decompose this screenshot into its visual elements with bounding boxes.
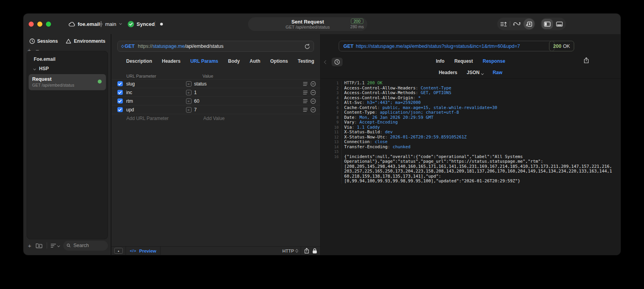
toggle-bottom-panel-button[interactable] (553, 18, 566, 30)
add-value[interactable]: Add Value (203, 116, 225, 121)
request-url[interactable]: https://statuspage.me/api/embed/status (138, 44, 305, 49)
assign-icon: = (186, 90, 192, 95)
request-editor: GET https://statuspage.me/api/embed/stat… (111, 34, 320, 255)
url-host: statuspage.me (153, 44, 185, 49)
param-checkbox[interactable] (117, 98, 123, 104)
param-value: status (194, 81, 207, 87)
minimize-window-button[interactable] (37, 22, 42, 27)
list-export-icon (500, 21, 507, 27)
tab-json[interactable]: JSON (467, 70, 483, 77)
line-number: 12 (321, 135, 342, 140)
row-actions (303, 81, 320, 87)
tab-options[interactable]: Options (270, 58, 288, 66)
remove-row-icon[interactable] (310, 81, 316, 87)
lock-icon[interactable] (312, 248, 317, 254)
search-field[interactable] (63, 241, 108, 251)
request-url-bar[interactable]: GET https://statuspage.me/api/embed/stat… (117, 41, 314, 52)
response-url-box[interactable]: GEThttps://statuspage.me/api/embed/statu… (339, 41, 555, 51)
request-queue-button[interactable] (497, 18, 510, 30)
status-code-badge: 200 (351, 18, 363, 24)
drag-handle-icon[interactable] (303, 91, 308, 95)
tab-info[interactable]: Info (436, 58, 445, 65)
drag-handle-icon[interactable] (303, 108, 308, 112)
share-icon[interactable] (304, 248, 309, 254)
branch-selector[interactable]: main (99, 14, 122, 34)
param-name[interactable]: upd (126, 107, 186, 113)
param-value-cell[interactable]: =1 (186, 90, 197, 95)
line-number: 5 (321, 100, 342, 105)
tab-description[interactable]: Description (126, 58, 152, 66)
tab-sessions-label: Sessions (37, 38, 58, 44)
param-checkbox[interactable] (117, 107, 123, 113)
add-url-parameter[interactable]: Add URL Parameter (126, 116, 195, 121)
search-input[interactable] (73, 242, 104, 249)
resend-icon[interactable] (305, 44, 310, 49)
tree-group-hsp[interactable]: HSP (27, 64, 108, 73)
branch-name: main (105, 21, 116, 27)
new-folder-icon[interactable] (36, 243, 42, 248)
sent-request-title: Sent Request (248, 19, 367, 25)
footer-divider (301, 247, 301, 255)
remove-row-icon[interactable] (310, 90, 316, 95)
param-checkbox[interactable] (117, 90, 123, 95)
zoom-window-button[interactable] (46, 22, 51, 27)
footer-divider (160, 247, 161, 255)
toolbar-group-left (497, 18, 535, 30)
new-request-button[interactable]: + (28, 242, 31, 249)
tab-body[interactable]: Body (228, 58, 240, 66)
tab-auth[interactable]: Auth (250, 58, 260, 66)
sort-filter-button[interactable] (51, 244, 60, 248)
param-checkbox[interactable] (117, 81, 123, 87)
protocol-selector[interactable]: HTTP (282, 249, 297, 253)
check-icon (118, 100, 122, 103)
param-value: 7 (194, 107, 197, 113)
toggle-sidebar-button[interactable] (542, 19, 553, 29)
tab-url-params[interactable]: URL Params (190, 58, 218, 66)
param-row: upd=7 (111, 105, 320, 114)
line-number: 7 (321, 110, 342, 115)
chevron-down-icon (33, 67, 36, 70)
param-value-cell[interactable]: =status (186, 81, 207, 87)
preview-button[interactable]: </> Preview (130, 249, 156, 253)
flow-loop-button[interactable] (510, 18, 523, 30)
param-value-cell[interactable]: =60 (186, 98, 199, 104)
chevron-down-icon (119, 22, 122, 24)
loop-arrows-icon (513, 21, 520, 27)
param-name[interactable]: inc (126, 90, 186, 95)
method-selector[interactable]: GET (122, 44, 135, 49)
row-actions (303, 90, 320, 95)
param-value-cell[interactable]: =7 (186, 107, 197, 113)
line-number: 9 (321, 120, 342, 125)
remove-row-icon[interactable] (310, 98, 316, 104)
tab-environments[interactable]: Environments (66, 38, 105, 44)
close-window-button[interactable] (29, 22, 34, 27)
tab-testing[interactable]: Testing (298, 58, 314, 66)
tab-request[interactable]: Request (454, 58, 473, 65)
sent-request-pill[interactable]: Sent Request GET /api/embed/status 200 2… (248, 17, 367, 31)
share-icon[interactable] (584, 57, 589, 64)
tree-request-item-selected[interactable]: Request GET /api/embed/status (29, 74, 106, 90)
toolbar-group-layout (540, 18, 566, 30)
project-indicator[interactable]: foe.email (68, 14, 100, 34)
tab-response[interactable]: Response (483, 58, 505, 65)
screen: foe.email main Synced Sent Request GET /… (0, 0, 644, 289)
tab-headers[interactable]: Headers (439, 70, 457, 77)
sidebar-layout-icon (544, 22, 551, 27)
line-number (321, 169, 342, 174)
column-value: Value (203, 74, 213, 78)
tab-headers[interactable]: Headers (162, 58, 181, 66)
remove-row-icon[interactable] (310, 107, 316, 113)
tree-group-foe-email[interactable]: Foe.email (27, 55, 108, 64)
tab-raw[interactable]: Raw (493, 70, 502, 77)
chevron-down-icon (57, 244, 60, 247)
tab-sessions[interactable]: Sessions (29, 38, 58, 44)
param-name[interactable]: rtm (126, 98, 186, 104)
import-window-icon (526, 21, 532, 27)
send-to-window-button[interactable] (524, 18, 535, 29)
param-name[interactable]: slug (126, 81, 186, 87)
drag-handle-icon[interactable] (303, 99, 308, 103)
code-line: Transfer-Encoding: chunked (342, 145, 410, 150)
collapse-editor-button[interactable]: ▲ (114, 248, 123, 254)
drag-handle-icon[interactable] (303, 82, 308, 86)
line-number: 1 (321, 81, 342, 86)
